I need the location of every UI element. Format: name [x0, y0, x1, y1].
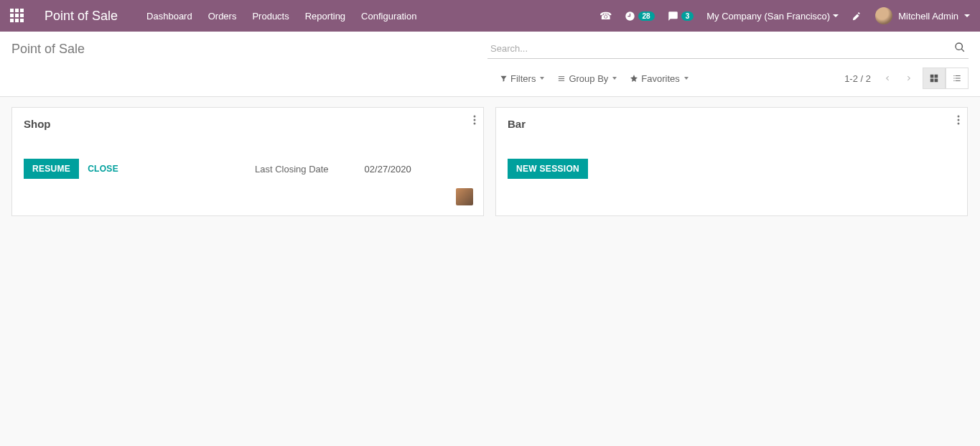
chevron-down-icon	[964, 14, 970, 17]
session-user-avatar[interactable]	[456, 188, 473, 205]
chevron-down-icon	[540, 77, 544, 80]
user-avatar-icon	[875, 7, 892, 24]
closing-date-label: Last Closing Date	[255, 164, 329, 175]
menu-configuration[interactable]: Configuration	[361, 11, 416, 22]
view-kanban-button[interactable]	[923, 68, 946, 89]
menu-orders[interactable]: Orders	[208, 11, 237, 22]
svg-point-9	[958, 123, 960, 125]
activity-count: 28	[638, 11, 655, 21]
card-title: Bar	[508, 118, 956, 130]
main-menu: Dashboard Orders Products Reporting Conf…	[146, 11, 416, 22]
company-name: My Company (San Francisco)	[706, 11, 830, 22]
apps-icon[interactable]	[10, 9, 24, 23]
svg-rect-3	[935, 79, 938, 83]
svg-point-8	[958, 119, 960, 121]
closing-date-value: 02/27/2020	[365, 164, 411, 175]
menu-products[interactable]: Products	[252, 11, 289, 22]
more-vertical-icon	[473, 115, 476, 125]
svg-rect-1	[935, 75, 938, 78]
chevron-down-icon	[833, 14, 839, 17]
chevron-right-icon	[905, 74, 913, 83]
company-switcher[interactable]: My Company (San Francisco)	[706, 11, 839, 22]
messages-indicator[interactable]: 3	[668, 11, 694, 22]
more-vertical-icon	[957, 115, 960, 125]
debug-icon[interactable]	[851, 11, 862, 22]
favorites-label: Favorites	[641, 73, 679, 84]
groupby-label: Group By	[569, 73, 608, 84]
pos-card-shop[interactable]: Shop RESUME CLOSE Last Closing Date 02/2…	[11, 107, 484, 216]
search-input[interactable]	[487, 39, 969, 59]
resume-button[interactable]: RESUME	[24, 159, 79, 179]
brand-title[interactable]: Point of Sale	[45, 9, 118, 24]
filter-icon	[500, 75, 508, 83]
card-menu-button[interactable]	[473, 115, 476, 125]
kanban-board: Shop RESUME CLOSE Last Closing Date 02/2…	[0, 97, 980, 226]
svg-point-7	[958, 116, 960, 118]
menu-reporting[interactable]: Reporting	[305, 11, 345, 22]
activity-indicator[interactable]: 28	[625, 11, 655, 22]
messages-count: 3	[681, 11, 694, 21]
chevron-down-icon	[612, 77, 617, 80]
kanban-icon	[929, 73, 939, 83]
new-session-button[interactable]: NEW SESSION	[508, 159, 588, 179]
star-icon	[630, 74, 638, 83]
close-button[interactable]: CLOSE	[88, 164, 118, 174]
list-view-icon	[952, 73, 962, 83]
svg-rect-0	[930, 75, 934, 78]
top-navbar: Point of Sale Dashboard Orders Products …	[0, 0, 980, 32]
card-menu-button[interactable]	[957, 115, 960, 125]
svg-point-5	[474, 119, 476, 121]
pos-card-bar[interactable]: Bar NEW SESSION	[495, 107, 968, 216]
filters-label: Filters	[510, 73, 536, 84]
pager-next[interactable]	[901, 70, 917, 86]
view-list-button[interactable]	[946, 68, 969, 89]
user-menu[interactable]: Mitchell Admin	[875, 7, 970, 24]
chevron-left-icon	[884, 74, 891, 83]
svg-point-6	[474, 123, 476, 125]
menu-dashboard[interactable]: Dashboard	[146, 11, 192, 22]
pager-prev[interactable]	[879, 70, 895, 86]
svg-point-4	[474, 116, 476, 118]
groupby-button[interactable]: Group By	[557, 73, 617, 84]
list-icon	[557, 75, 566, 83]
clock-icon	[625, 11, 635, 22]
user-name: Mitchell Admin	[898, 11, 958, 22]
svg-rect-2	[930, 79, 934, 83]
chevron-down-icon	[684, 77, 689, 80]
favorites-button[interactable]: Favorites	[630, 73, 688, 84]
phone-icon[interactable]	[599, 10, 612, 22]
search-icon[interactable]	[954, 42, 966, 53]
card-title: Shop	[24, 118, 472, 130]
chat-icon	[668, 11, 678, 22]
control-panel: Point of Sale Filters Group By Favorites	[0, 32, 980, 97]
filters-button[interactable]: Filters	[500, 73, 544, 84]
pager-text: 1-2 / 2	[844, 73, 871, 84]
breadcrumb: Point of Sale	[11, 42, 85, 57]
